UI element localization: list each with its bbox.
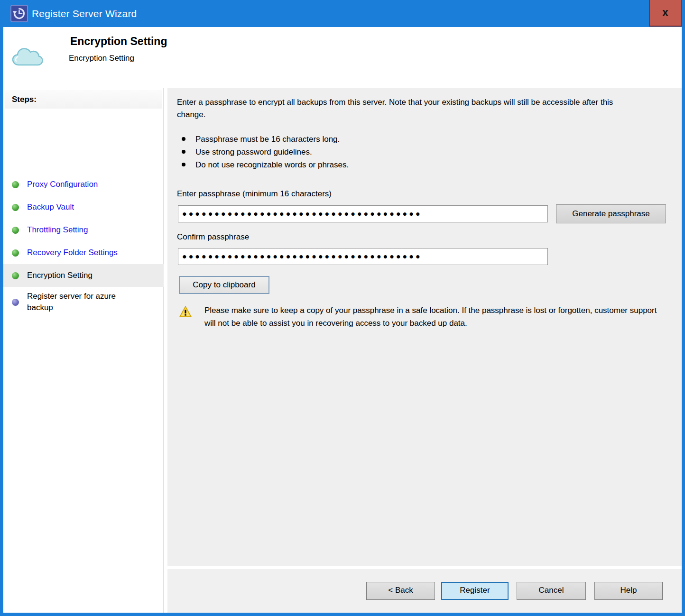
bullet-icon	[182, 163, 185, 166]
rule-text: Use strong password guidelines.	[195, 146, 312, 158]
generate-passphrase-button[interactable]: Generate passphrase	[556, 204, 666, 223]
rule-item: Use strong password guidelines.	[182, 146, 349, 158]
title-bar: Register Server Wizard x	[0, 0, 685, 27]
cancel-button[interactable]: Cancel	[517, 582, 586, 600]
window-body: Encryption Setting Encryption Setting St…	[3, 27, 682, 613]
bullet-icon	[182, 137, 185, 141]
sidebar-item-encryption-setting: Encryption Setting	[3, 264, 164, 287]
sidebar-item-label[interactable]: Proxy Configuration	[27, 179, 98, 190]
page-title: Encryption Setting	[70, 35, 167, 48]
wizard-header: Encryption Setting Encryption Setting	[3, 27, 682, 88]
register-button[interactable]: Register	[441, 582, 509, 600]
rule-item: Passphrase must be 16 characters long.	[182, 133, 349, 146]
rule-text: Passphrase must be 16 characters long.	[195, 133, 340, 146]
confirm-passphrase-input[interactable]: ●●●●●●●●●●●●●●●●●●●●●●●●●●●●●●●●●●●●●	[178, 248, 548, 265]
sidebar-item-label[interactable]: Recovery Folder Settings	[27, 247, 118, 258]
sidebar-item-label: Register server for azure backup	[27, 291, 143, 313]
sidebar-item-register-server: Register server for azure backup	[3, 287, 164, 317]
sidebar-item-label: Encryption Setting	[27, 270, 93, 281]
step-pending-icon	[12, 299, 19, 306]
intro-text: Enter a passphrase to encrypt all backup…	[177, 96, 635, 121]
step-done-icon	[12, 204, 19, 211]
sidebar-item-label[interactable]: Throttling Setting	[27, 224, 88, 236]
main-content: Enter a passphrase to encrypt all backup…	[167, 88, 682, 566]
cloud-icon	[11, 44, 44, 68]
warning-icon	[179, 306, 192, 317]
sidebar-item-label[interactable]: Backup Vault	[27, 202, 74, 213]
step-done-icon	[12, 227, 19, 234]
passphrase-input[interactable]: ●●●●●●●●●●●●●●●●●●●●●●●●●●●●●●●●●●●●●	[178, 205, 548, 222]
steps-sidebar: Steps: Proxy Configuration Backup Vault …	[3, 88, 164, 613]
step-done-icon	[12, 272, 19, 279]
bullet-icon	[182, 150, 185, 154]
footer-bar: < Back Register Cancel Help	[167, 569, 682, 613]
step-done-icon	[12, 181, 19, 188]
rule-text: Do not use recognizable words or phrases…	[195, 158, 349, 171]
backup-clock-icon	[10, 5, 28, 22]
close-button[interactable]: x	[649, 0, 682, 27]
sidebar-item-throttling-setting[interactable]: Throttling Setting	[3, 219, 164, 241]
steps-heading: Steps:	[5, 90, 162, 109]
step-done-icon	[12, 249, 19, 257]
passphrase-rules-list: Passphrase must be 16 characters long. U…	[182, 133, 349, 171]
back-button[interactable]: < Back	[366, 582, 435, 600]
window-title: Register Server Wizard	[32, 0, 137, 27]
passphrase-label: Enter passphrase (minimum 16 characters)	[177, 189, 332, 199]
sidebar-item-recovery-folder-settings[interactable]: Recovery Folder Settings	[3, 241, 164, 264]
copy-to-clipboard-button[interactable]: Copy to clipboard	[179, 276, 269, 294]
help-button[interactable]: Help	[594, 582, 663, 600]
rule-item: Do not use recognizable words or phrases…	[182, 158, 349, 171]
sidebar-item-backup-vault[interactable]: Backup Vault	[3, 196, 164, 219]
register-server-wizard-window: Register Server Wizard x Encryption Sett…	[0, 0, 685, 616]
page-subtitle: Encryption Setting	[69, 54, 134, 63]
warning-text: Please make sure to keep a copy of your …	[204, 304, 662, 330]
sidebar-item-proxy-configuration[interactable]: Proxy Configuration	[3, 173, 164, 196]
confirm-passphrase-label: Confirm passphrase	[177, 232, 249, 242]
warning-banner: Please make sure to keep a copy of your …	[179, 304, 668, 330]
